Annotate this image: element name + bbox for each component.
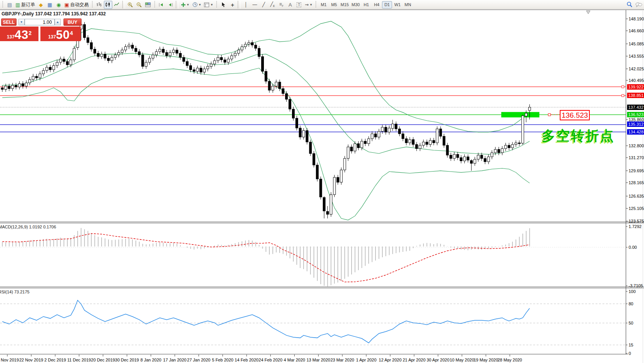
buy-price-sup: 4 bbox=[70, 30, 73, 36]
highlight-rectangle[interactable] bbox=[501, 112, 539, 117]
price-badge: 139.922 bbox=[628, 85, 644, 89]
chart-title: GBPJPY-,Daily 137.042 137.794 135.942 13… bbox=[2, 11, 106, 17]
date-axis-label: 24 Feb 2020 bbox=[259, 358, 282, 362]
ohlc-values: 137.042 137.794 135.942 137.432 bbox=[35, 11, 106, 17]
volume-input[interactable]: 1.00 bbox=[25, 19, 55, 25]
macd-axis-label: 1.7292 bbox=[629, 224, 642, 229]
sell-price-big: 43 bbox=[15, 29, 28, 41]
sell-price-prefix: 137 bbox=[7, 34, 15, 40]
one-click-trade-panel: SELL ▼ 1.00 ▲ BUY 137432 137504 bbox=[0, 18, 82, 41]
date-axis-label: 21 Apr 2020 bbox=[403, 358, 425, 362]
date-axis-label: Nov 2019 bbox=[1, 358, 19, 362]
date-axis-label: 2 Dec 2019 bbox=[44, 358, 66, 362]
rsi-axis-label: 15 bbox=[629, 343, 633, 347]
price-axis-label: 131.270 bbox=[629, 155, 644, 160]
sell-price-sup: 2 bbox=[28, 30, 32, 36]
date-axis-label: 30 Apr 2020 bbox=[427, 358, 449, 362]
price-axis-label: 148.190 bbox=[629, 17, 644, 21]
macd-panel: 1.72920.00-3.7105 bbox=[0, 224, 643, 288]
price-axis-label: 145.085 bbox=[629, 42, 644, 46]
date-axis-label: 1 Apr 2020 bbox=[356, 358, 376, 362]
bollinger-bands bbox=[2, 21, 530, 220]
symbol-name: GBPJPY-,Daily bbox=[2, 11, 34, 17]
date-axis-label: 5 Feb 2020 bbox=[212, 358, 234, 362]
trading-terminal-window: ▤▥新订单◆▦◉▣自动交易▼▼▼+│—╱╱E≡FAT⇝▼M1M5M15M30H1… bbox=[0, 0, 644, 363]
horizontal-level-lines[interactable] bbox=[0, 86, 626, 132]
date-axis-label: 19 May 2020 bbox=[474, 358, 498, 362]
price-axis-label: 146.660 bbox=[629, 28, 644, 33]
date-axis-label: 4 Mar 2020 bbox=[284, 358, 305, 362]
macd-indicator-label: MACD(12,26,9) 1.0192 0.1706 bbox=[0, 225, 56, 229]
buy-button[interactable]: BUY bbox=[63, 18, 82, 26]
date-axis-label: 13 Mar 2020 bbox=[307, 358, 330, 362]
date-axis-label: 27 Jan 2020 bbox=[187, 358, 210, 362]
price-badge: 136.523 bbox=[628, 112, 644, 117]
date-axis-label: 11 Dec 2019 bbox=[67, 358, 91, 362]
price-axis-label: 132.800 bbox=[629, 143, 644, 148]
price-axis[interactable]: 148.190146.660145.085143.555142.025140.4… bbox=[626, 17, 644, 223]
macd-axis-label: -3.7105 bbox=[629, 283, 643, 288]
date-axis-label: 20 Dec 2019 bbox=[91, 358, 115, 362]
rsi-panel: 1008050150 bbox=[0, 289, 636, 356]
rsi-axis-label: 0 bbox=[629, 351, 631, 356]
sell-price-display[interactable]: 137432 bbox=[0, 27, 38, 41]
buy-price-prefix: 137 bbox=[48, 34, 56, 40]
price-badge: 135.312 bbox=[628, 122, 644, 127]
price-axis-label: 143.555 bbox=[629, 54, 644, 58]
date-axis-label: 14 Feb 2020 bbox=[235, 358, 259, 362]
date-axis-label: 23 Mar 2020 bbox=[330, 358, 354, 362]
price-badge: 138.851 bbox=[628, 93, 644, 98]
date-axis-label: 30 Dec 2019 bbox=[115, 358, 139, 362]
price-badge: 137.432 bbox=[628, 105, 644, 110]
rsi-axis-label: 80 bbox=[629, 301, 633, 306]
date-axis-label: 10 May 2020 bbox=[450, 358, 474, 362]
price-axis-label: 125.105 bbox=[629, 206, 644, 211]
price-axis-label: 129.695 bbox=[629, 168, 644, 173]
date-axis[interactable]: Nov 201922 Nov 20192 Dec 201911 Dec 2019… bbox=[1, 355, 522, 362]
price-flag-label[interactable]: 136.523 bbox=[560, 110, 590, 120]
rsi-axis-label: 50 bbox=[629, 321, 633, 325]
price-axis-label: 135.860 bbox=[629, 117, 644, 122]
price-axis-label: 123.575 bbox=[629, 219, 644, 223]
rsi-indicator-label: RSI(14) 73.2175 bbox=[0, 290, 30, 294]
volume-up-button[interactable]: ▲ bbox=[55, 19, 61, 25]
rsi-axis-label: 100 bbox=[629, 289, 636, 294]
candlestick-series bbox=[1, 21, 531, 218]
sell-button[interactable]: SELL bbox=[1, 18, 17, 26]
buy-price-display[interactable]: 137504 bbox=[40, 27, 81, 41]
date-axis-label: 17 Jan 2020 bbox=[163, 358, 187, 362]
macd-axis-label: 0.00 bbox=[629, 245, 637, 250]
date-axis-label: 8 Jan 2020 bbox=[140, 358, 161, 362]
date-axis-label: 22 Nov 2019 bbox=[19, 358, 43, 362]
buy-price-big: 50 bbox=[56, 29, 70, 41]
price-axis-label: 140.495 bbox=[629, 78, 644, 83]
price-badge: 134.428 bbox=[628, 130, 644, 134]
price-axis-label: 128.165 bbox=[629, 180, 644, 185]
price-axis-label: 126.635 bbox=[629, 194, 644, 198]
chinese-annotation[interactable]: 多空转折点 bbox=[542, 127, 615, 145]
date-axis-label: 12 Apr 2020 bbox=[379, 358, 402, 362]
date-axis-label: 28 May 2020 bbox=[497, 358, 522, 362]
chart-shift-marker[interactable] bbox=[586, 11, 590, 14]
chart-canvas[interactable]: 148.190146.660145.085143.555142.025140.4… bbox=[0, 0, 644, 363]
volume-down-button[interactable]: ▼ bbox=[18, 19, 25, 25]
price-axis-label: 142.025 bbox=[629, 67, 644, 71]
